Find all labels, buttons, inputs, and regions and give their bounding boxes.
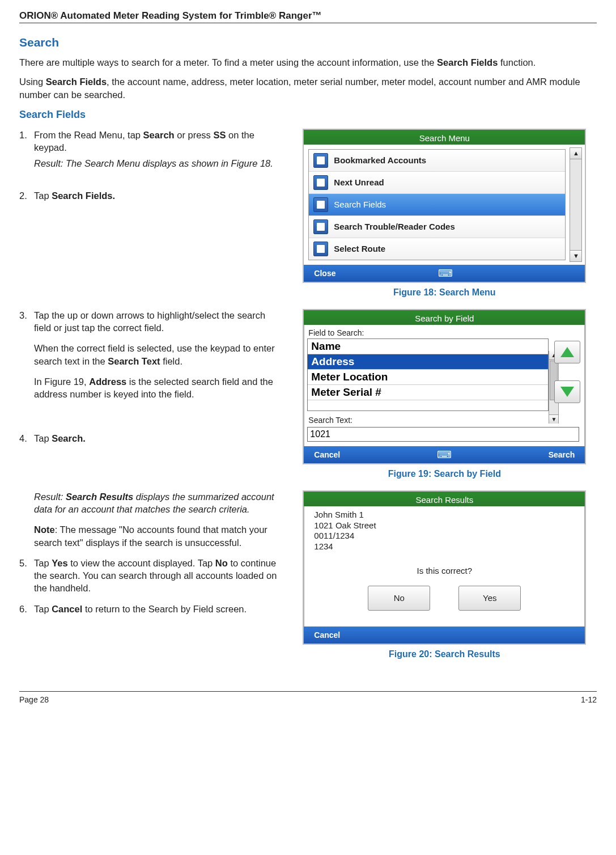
result-line: 0011/1234 [314, 531, 575, 541]
field-to-search-label: Field to Search: [308, 328, 581, 337]
text: : The message "No accounts found that ma… [34, 524, 267, 547]
folder-icon [313, 219, 328, 234]
text: Using [19, 77, 46, 87]
text: Tap [34, 433, 52, 443]
figure-19-screenshot: Search by Field Field to Search: Name Ad… [303, 309, 586, 464]
subsection-title: Search Fields [19, 109, 597, 121]
cancel-button[interactable]: Cancel [304, 630, 350, 640]
folder-icon [313, 197, 328, 212]
step-5: 5. Tap Yes to view the account displayed… [34, 557, 279, 595]
down-arrow-button[interactable] [554, 380, 580, 403]
menu-item-label: Next Unread [334, 177, 384, 187]
menu-item-select-route[interactable]: Select Route [309, 238, 565, 260]
menu-item-label: Search Trouble/Reader Codes [334, 222, 454, 231]
note-label: Note [34, 524, 55, 535]
bottom-bar: Close [304, 265, 585, 282]
field-row-meter-serial[interactable]: Meter Serial # [308, 385, 548, 400]
menu-item-search-fields[interactable]: Search Fields [309, 194, 565, 216]
search-button[interactable]: Search [538, 450, 585, 459]
no-button[interactable]: No [368, 586, 430, 611]
text: function. [498, 57, 536, 67]
text: Tap [34, 191, 52, 201]
text: Tap [34, 558, 52, 568]
scroll-down-icon[interactable]: ▼ [549, 414, 558, 424]
text: Result: [34, 492, 66, 502]
folder-icon [313, 242, 328, 256]
step-3: 3. Tap the up or down arrows to highligh… [34, 309, 279, 401]
field-list: Name Address Meter Location Meter Serial… [307, 338, 549, 411]
folder-icon [313, 175, 328, 190]
header-rule [19, 23, 597, 23]
text-bold: Search Fields [437, 57, 498, 67]
menu-list: Bookmarked Accounts Next Unread Search F… [308, 149, 566, 260]
arrow-up-icon [560, 347, 574, 357]
bottom-bar: Cancel Search [304, 446, 585, 463]
cancel-button[interactable]: Cancel [304, 450, 350, 459]
text-bold: Yes [52, 558, 67, 568]
page-number-left: Page 28 [19, 695, 49, 704]
result-summary: John Smith 1 1021 Oak Street 0011/1234 1… [314, 510, 575, 552]
step-2: 2. Tap Search Fields. [34, 189, 279, 202]
text-bold: Search [143, 130, 175, 140]
scroll-down-icon[interactable]: ▼ [570, 250, 581, 261]
bottom-bar: Cancel [304, 627, 585, 644]
text-bold: Search Fields. [52, 191, 115, 201]
scrollbar[interactable]: ▲ ▼ [570, 147, 582, 262]
text-bold: Address [89, 376, 126, 387]
result-line: John Smith 1 [314, 510, 575, 520]
yes-button[interactable]: Yes [458, 586, 521, 611]
step-1-result: Result: The Search Menu displays as show… [34, 157, 279, 170]
prompt-text: Is this correct? [314, 566, 575, 575]
text: to view the account displayed. Tap [68, 558, 215, 568]
step-4: 4. Tap Search. [34, 432, 279, 445]
step-6: 6. Tap Cancel to return to the Search by… [34, 603, 279, 615]
search-text-label: Search Text: [308, 416, 581, 425]
text: From the Read Menu, tap [34, 130, 143, 140]
menu-item-bookmarked[interactable]: Bookmarked Accounts [309, 150, 565, 172]
section-title: Search [19, 36, 597, 49]
text: Tap [34, 604, 52, 614]
text: In Figure 19, [34, 376, 89, 387]
field-row-meter-location[interactable]: Meter Location [308, 370, 548, 385]
figure-20-caption: Figure 20: Search Results [389, 649, 500, 659]
text-bold: SS [213, 130, 226, 140]
intro-paragraph-1: There are multiple ways to search for a … [19, 56, 597, 69]
text-bold: Search. [52, 433, 86, 443]
window-title: Search Results [304, 493, 585, 506]
doc-header: ORION® Automated Meter Reading System fo… [19, 10, 597, 22]
arrow-down-icon [560, 387, 574, 397]
menu-item-search-trouble[interactable]: Search Trouble/Reader Codes [309, 216, 565, 238]
text: to return to the Search by Field screen. [82, 604, 247, 614]
figure-20-screenshot: Search Results John Smith 1 1021 Oak Str… [303, 490, 586, 645]
intro-paragraph-2: Using Search Fields, the account name, a… [19, 75, 597, 101]
step-1: 1. From the Read Menu, tap Search or pre… [34, 129, 279, 170]
field-row-name[interactable]: Name [308, 339, 548, 354]
menu-item-next-unread[interactable]: Next Unread [309, 172, 565, 194]
up-arrow-button[interactable] [554, 341, 580, 363]
text: Tap the up or down arrows to highlight/s… [34, 310, 265, 333]
menu-item-label: Bookmarked Accounts [334, 155, 426, 165]
field-row-address[interactable]: Address [308, 354, 548, 370]
text: field. [160, 356, 182, 366]
text-bold: Cancel [52, 604, 82, 614]
page-number-right: 1-12 [581, 695, 597, 704]
text-bold: Search Results [66, 492, 133, 502]
menu-item-label: Select Route [334, 244, 385, 253]
keyboard-icon[interactable] [437, 451, 452, 460]
search-text-input[interactable] [307, 427, 579, 442]
folder-icon [313, 153, 328, 168]
text: or press [175, 130, 214, 140]
text-bold: Search Text [108, 356, 160, 366]
text-bold: No [215, 558, 228, 568]
result-line: 1234 [314, 541, 575, 552]
keyboard-icon[interactable] [438, 269, 453, 278]
result-line: 1021 Oak Street [314, 520, 575, 531]
figure-18-screenshot: Search Menu Bookmarked Accounts Next Unr… [303, 129, 586, 283]
window-title: Search by Field [304, 312, 585, 325]
close-button[interactable]: Close [304, 269, 346, 278]
scroll-up-icon[interactable]: ▲ [570, 148, 581, 159]
figure-19-caption: Figure 19: Search by Field [388, 469, 501, 479]
step-4-result: Result: Search Results displays the summ… [34, 490, 279, 549]
text-bold: Search Fields [46, 77, 107, 87]
text: There are multiple ways to search for a … [19, 57, 437, 67]
